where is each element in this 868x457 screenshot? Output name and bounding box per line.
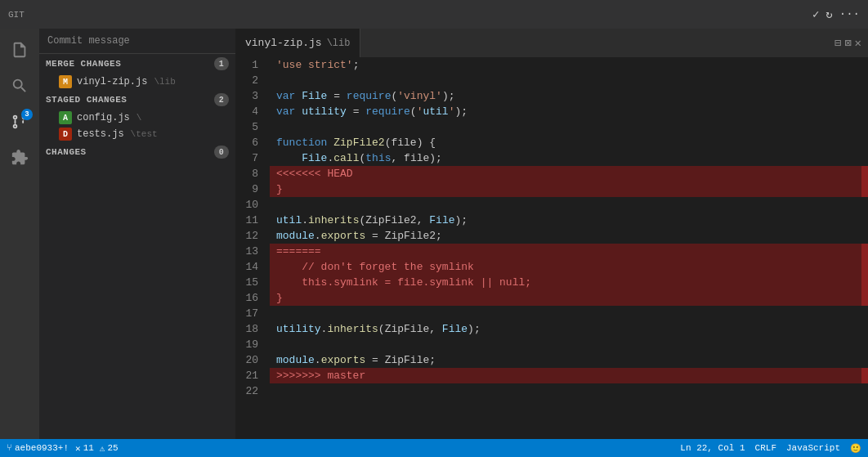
open-changes-icon[interactable]: ⊠ — [844, 36, 851, 50]
cursor-position[interactable]: Ln 22, Col 1 — [680, 443, 745, 453]
code-line: var utility = require('util'); — [270, 104, 861, 119]
merge-changes-header[interactable]: MERGE CHANGES 1 — [39, 54, 235, 74]
line-number: 14 — [235, 259, 263, 275]
feedback-icon[interactable]: 🙂 — [850, 443, 861, 454]
refresh-icon[interactable]: ↻ — [825, 7, 832, 21]
line-number: 11 — [235, 213, 263, 228]
gutter-line — [861, 368, 868, 383]
changes-header[interactable]: CHANGES 0 — [39, 142, 235, 162]
gutter-line — [861, 88, 868, 104]
line-number: 20 — [235, 352, 263, 368]
code-line: this.symlink = file.symlink || null; — [270, 275, 861, 290]
staged-changes-count: 2 — [214, 93, 229, 106]
code-line: utility.inherits(ZipFile, File); — [270, 321, 861, 337]
code-line: >>>>>>> master — [270, 368, 861, 383]
line-number: 8 — [235, 166, 263, 181]
merge-item-vinyl-zip[interactable]: M vinyl-zip.js \lib — [39, 74, 235, 90]
gutter-line — [861, 306, 868, 321]
main-content: 3 Commit message MERGE CHANGES 1 M vinyl… — [0, 29, 868, 439]
editor-tab-icons: ⊟ ⊠ ✕ — [834, 36, 868, 50]
line-number: 16 — [235, 290, 263, 306]
code-line — [270, 73, 861, 88]
gutter-line — [861, 104, 868, 119]
source-control-icon[interactable]: 3 — [5, 107, 34, 137]
commit-message-input[interactable]: Commit message — [39, 29, 235, 54]
line-number: 3 — [235, 88, 263, 104]
title-bar: GIT ✓ ↻ ··· — [0, 0, 868, 29]
gutter-line — [861, 73, 868, 88]
code-line: function ZipFile2(file) { — [270, 135, 861, 150]
warning-count: 25 — [107, 443, 118, 453]
line-number: 21 — [235, 368, 263, 383]
title-bar-actions: ✓ ↻ ··· — [812, 7, 860, 21]
conflict-gutter — [861, 57, 868, 439]
warning-icon: ⚠ — [100, 443, 105, 454]
line-ending[interactable]: CRLF — [755, 443, 776, 453]
code-line — [270, 197, 861, 213]
errors-status[interactable]: ✕ 11 ⚠ 25 — [75, 443, 119, 454]
line-number: 2 — [235, 73, 263, 88]
checkmark-icon[interactable]: ✓ — [812, 7, 819, 21]
editor-tab-vinyl-zip[interactable]: vinyl-zip.js \lib — [235, 29, 360, 57]
gutter-line — [861, 166, 868, 181]
error-icon: ✕ — [75, 443, 81, 454]
search-icon[interactable] — [5, 71, 34, 101]
merge-changes-count: 1 — [214, 57, 229, 70]
code-line: module.exports = ZipFile2; — [270, 228, 861, 244]
code-line — [270, 306, 861, 321]
line-number: 17 — [235, 306, 263, 321]
extensions-icon[interactable] — [5, 143, 34, 172]
gutter-line — [861, 383, 868, 399]
gutter-line — [861, 337, 868, 352]
line-number: 15 — [235, 275, 263, 290]
status-bar: ⑂ aebe0933+! ✕ 11 ⚠ 25 Ln 22, Col 1 CRLF… — [0, 439, 868, 457]
editor-area: vinyl-zip.js \lib ⊟ ⊠ ✕ 1234567891011121… — [235, 29, 868, 439]
editor-tabs: vinyl-zip.js \lib ⊟ ⊠ ✕ — [235, 29, 868, 57]
branch-status[interactable]: ⑂ aebe0933+! — [7, 443, 69, 453]
staged-item-tests[interactable]: D tests.js \test — [39, 126, 235, 142]
code-line: } — [270, 181, 861, 197]
file-dir: \test — [131, 129, 158, 139]
line-number: 10 — [235, 197, 263, 213]
language-mode[interactable]: JavaScript — [786, 443, 840, 453]
line-number: 7 — [235, 150, 263, 166]
status-left: ⑂ aebe0933+! ✕ 11 ⚠ 25 — [7, 443, 119, 454]
changes-count: 0 — [214, 146, 229, 159]
sidebar: Commit message MERGE CHANGES 1 M vinyl-z… — [39, 29, 235, 439]
gutter-line — [861, 150, 868, 166]
file-name: vinyl-zip.js — [77, 76, 147, 87]
line-number: 1 — [235, 57, 263, 73]
split-editor-icon[interactable]: ⊟ — [834, 36, 841, 50]
gutter-line — [861, 244, 868, 259]
gutter-line — [861, 259, 868, 275]
gutter-line — [861, 181, 868, 197]
editor-content[interactable]: 12345678910111213141516171819202122 'use… — [235, 57, 868, 439]
line-number: 19 — [235, 337, 263, 352]
file-status-letter-m: M — [59, 75, 72, 88]
line-number: 9 — [235, 181, 263, 197]
tab-filename: vinyl-zip.js — [245, 37, 322, 49]
more-icon[interactable]: ··· — [839, 7, 860, 21]
git-label: GIT — [8, 10, 25, 20]
close-editor-icon[interactable]: ✕ — [855, 36, 861, 50]
line-numbers: 12345678910111213141516171819202122 — [235, 57, 270, 439]
changes-label: CHANGES — [46, 147, 87, 157]
line-number: 18 — [235, 321, 263, 337]
gutter-line — [861, 228, 868, 244]
staged-changes-header[interactable]: STAGED CHANGES 2 — [39, 90, 235, 110]
code-line: } — [270, 290, 861, 306]
code-line: util.inherits(ZipFile2, File); — [270, 213, 861, 228]
code-line: File.call(this, file); — [270, 150, 861, 166]
source-control-badge: 3 — [21, 109, 33, 120]
code-line: 'use strict'; — [270, 57, 861, 73]
line-number: 22 — [235, 383, 263, 399]
code-line: ======= — [270, 244, 861, 259]
line-number: 4 — [235, 104, 263, 119]
status-right: Ln 22, Col 1 CRLF JavaScript 🙂 — [680, 443, 861, 454]
gutter-line — [861, 213, 868, 228]
line-number: 6 — [235, 135, 263, 150]
staged-changes-label: STAGED CHANGES — [46, 95, 127, 105]
staged-item-config[interactable]: A config.js \ — [39, 110, 235, 126]
gutter-line — [861, 352, 868, 368]
files-icon[interactable] — [5, 35, 34, 65]
